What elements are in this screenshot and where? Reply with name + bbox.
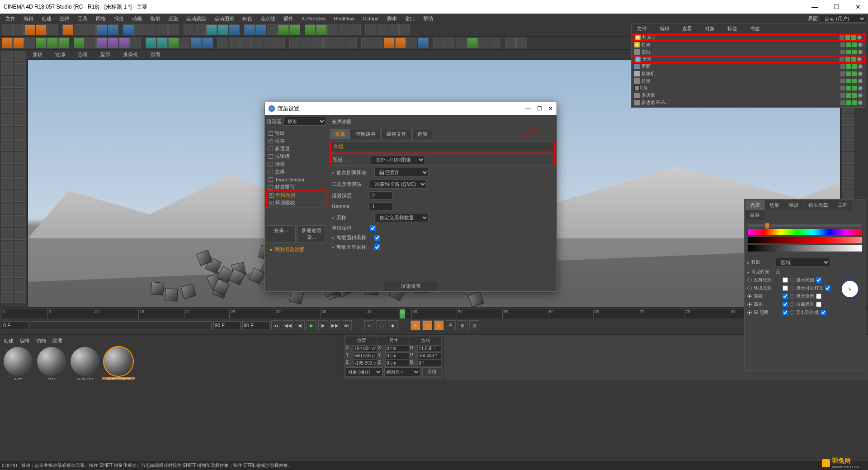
slider-handle[interactable] bbox=[765, 223, 769, 228]
target-tag[interactable] bbox=[858, 85, 863, 91]
mode-button[interactable] bbox=[1, 203, 13, 214]
toolbar-button[interactable] bbox=[96, 24, 107, 35]
layer-tag[interactable] bbox=[839, 57, 844, 62]
visibility-tag[interactable] bbox=[846, 100, 851, 105]
size-input[interactable] bbox=[385, 352, 409, 359]
attr-right-checkbox[interactable] bbox=[825, 285, 830, 291]
object-row[interactable]: 灯光 bbox=[632, 41, 865, 48]
mode-button[interactable] bbox=[14, 152, 26, 164]
render-tag[interactable] bbox=[852, 85, 857, 91]
target-tag[interactable] bbox=[858, 100, 863, 105]
menu-item[interactable]: 渲染 bbox=[165, 14, 182, 23]
layer-tag[interactable] bbox=[840, 93, 845, 98]
material-menu-item[interactable]: 纹理 bbox=[52, 337, 62, 344]
toolbar-button[interactable] bbox=[327, 24, 338, 35]
goto-end-button[interactable]: ⏭ bbox=[342, 320, 352, 330]
toolbar-button[interactable] bbox=[263, 38, 274, 48]
menu-item[interactable]: 工具 bbox=[74, 14, 91, 23]
samples-select[interactable]: 自定义采样数量 bbox=[374, 213, 429, 222]
window-close[interactable]: ✕ bbox=[852, 3, 864, 10]
obj-mgr-menu-item[interactable]: 书签 bbox=[746, 24, 764, 33]
mode-button[interactable] bbox=[1, 165, 13, 176]
hemi-checkbox[interactable] bbox=[370, 225, 376, 231]
mode-button[interactable] bbox=[1, 215, 13, 227]
mode-button[interactable] bbox=[1, 63, 13, 75]
coord-mode1-select[interactable]: 对象 (相对) bbox=[346, 367, 382, 376]
step-back-button[interactable]: ◀◀ bbox=[283, 320, 293, 330]
pos-input[interactable] bbox=[353, 360, 377, 366]
render-option-item[interactable]: 保存 bbox=[267, 137, 326, 145]
obj-mgr-menu-item[interactable]: 标签 bbox=[724, 24, 741, 33]
menu-item[interactable]: 创建 bbox=[38, 14, 55, 23]
mode-button[interactable] bbox=[14, 127, 26, 138]
render-option-item[interactable]: 全局光照 bbox=[267, 191, 326, 199]
toolbar-button[interactable] bbox=[85, 38, 96, 48]
projection-select[interactable]: 区域 bbox=[776, 258, 830, 267]
toolbar-button[interactable] bbox=[202, 38, 213, 48]
toolbar-button[interactable] bbox=[179, 38, 190, 48]
panel-button[interactable] bbox=[842, 152, 854, 164]
area-checkbox[interactable] bbox=[374, 235, 380, 241]
menu-item[interactable]: 脚本 bbox=[383, 14, 401, 23]
attr-checkbox[interactable] bbox=[783, 277, 788, 283]
attr-checkbox[interactable] bbox=[783, 302, 788, 307]
obj-mgr-menu-item[interactable]: 对象 bbox=[701, 24, 718, 33]
menu-item[interactable]: 动画 bbox=[128, 14, 146, 23]
mode-button[interactable] bbox=[1, 253, 13, 265]
mode-button[interactable] bbox=[1, 190, 13, 202]
panel-button[interactable] bbox=[842, 139, 854, 151]
toolbar-button[interactable] bbox=[2, 38, 13, 48]
mode-button[interactable] bbox=[14, 190, 26, 202]
toolbar-button[interactable] bbox=[62, 24, 73, 35]
attr-radio[interactable] bbox=[790, 294, 794, 299]
toolbar-button[interactable] bbox=[130, 38, 141, 48]
toolbar-button[interactable] bbox=[305, 24, 316, 35]
toolbar-button[interactable] bbox=[157, 38, 168, 48]
toolbar-button[interactable] bbox=[85, 24, 96, 35]
pos-input[interactable] bbox=[353, 345, 377, 352]
toolbar-button[interactable] bbox=[289, 38, 300, 48]
material-item[interactable]: 无车 bbox=[2, 347, 34, 383]
viewport-menu-item[interactable]: 查看 bbox=[147, 50, 164, 59]
toolbar-button[interactable] bbox=[146, 24, 156, 35]
color-spectrum[interactable] bbox=[748, 229, 862, 235]
layer-tag[interactable] bbox=[839, 35, 844, 40]
color-red-gradient[interactable] bbox=[748, 237, 862, 243]
toolbar-button[interactable] bbox=[255, 24, 266, 35]
render-tag[interactable] bbox=[852, 64, 857, 69]
toolbar-button[interactable] bbox=[96, 38, 107, 48]
mode-button[interactable] bbox=[14, 279, 26, 290]
sky-checkbox[interactable] bbox=[374, 244, 380, 250]
material-menu-item[interactable]: 功能 bbox=[36, 337, 46, 344]
toolbar-button[interactable] bbox=[274, 38, 285, 48]
preset-select[interactable]: 室外 - HDR图像 bbox=[371, 155, 425, 164]
toolbar-button[interactable] bbox=[36, 24, 47, 35]
attr-radio[interactable] bbox=[747, 286, 752, 290]
render-option-item[interactable]: 抗锯齿 bbox=[267, 152, 326, 160]
attr-radio[interactable] bbox=[747, 294, 752, 299]
menu-item[interactable]: 流水线 bbox=[257, 14, 279, 23]
mode-button[interactable] bbox=[14, 139, 26, 151]
gi-tab[interactable]: 辐照缓存 bbox=[351, 129, 381, 139]
render-option-item[interactable]: 材质覆写 bbox=[267, 183, 326, 191]
object-row[interactable]: 空白 bbox=[632, 48, 865, 56]
attr-tab[interactable]: 焦散 bbox=[765, 200, 784, 210]
object-row[interactable]: 灯光.1 bbox=[632, 34, 865, 41]
toolbar-button[interactable] bbox=[229, 24, 240, 35]
render-settings-footer-button[interactable]: 渲染设置 bbox=[384, 281, 438, 291]
attr-checkbox[interactable] bbox=[783, 310, 788, 315]
layer-tag[interactable] bbox=[840, 64, 845, 69]
mode-button[interactable] bbox=[14, 177, 26, 189]
key-rot-button[interactable]: ↻ bbox=[434, 320, 444, 330]
target-tag[interactable] bbox=[857, 35, 862, 40]
mode-button[interactable] bbox=[14, 114, 26, 126]
toolbar-button[interactable] bbox=[146, 38, 156, 48]
visibility-tag[interactable] bbox=[846, 93, 851, 98]
render-option-checkbox[interactable] bbox=[269, 131, 273, 136]
toolbar-button[interactable] bbox=[24, 38, 35, 48]
my-render-settings[interactable]: 我的渲染设置 bbox=[267, 246, 326, 253]
toolbar-button[interactable] bbox=[456, 38, 467, 48]
layer-tag[interactable] bbox=[840, 49, 845, 55]
toolbar-button[interactable] bbox=[191, 38, 202, 48]
menu-item[interactable]: X-Particles bbox=[298, 15, 329, 22]
